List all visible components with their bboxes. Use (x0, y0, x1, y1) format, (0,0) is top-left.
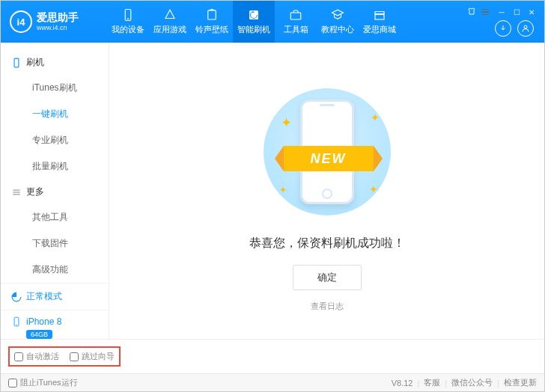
sidebar-group-flash[interactable]: 刷机 (1, 50, 109, 75)
nav-store[interactable]: 爱思商城 (359, 1, 401, 43)
ok-button[interactable]: 确定 (293, 265, 362, 290)
sidebar-item-pro-flash[interactable]: 专业刷机 (13, 127, 109, 153)
footer-link-update[interactable]: 检查更新 (504, 377, 537, 388)
menu-icon[interactable] (481, 9, 492, 16)
svg-rect-7 (14, 58, 19, 67)
toolbox-icon (289, 8, 302, 22)
body: 刷机 iTunes刷机 一键刷机 专业刷机 批量刷机 更多 其他工具 下载固件 … (1, 43, 544, 339)
svg-point-6 (524, 25, 527, 28)
nav-label: 智能刷机 (237, 24, 270, 35)
shirt-icon[interactable] (466, 7, 477, 17)
nav-apps[interactable]: 应用游戏 (149, 1, 191, 43)
device-storage-badge: 64GB (26, 330, 52, 339)
svg-rect-2 (208, 10, 216, 19)
download-button[interactable] (495, 20, 511, 37)
sidebar-item-download-firmware[interactable]: 下载固件 (13, 230, 109, 257)
header: i4 爱思助手 www.i4.cn 我的设备 应用游戏 铃声壁纸 智能刷机 (1, 1, 544, 43)
nav-smart-flash[interactable]: 智能刷机 (233, 1, 275, 43)
auto-activate-checkbox[interactable]: 自动激活 (14, 351, 59, 362)
svg-rect-4 (290, 13, 301, 19)
nav-label: 教程中心 (321, 24, 354, 35)
main-content: ✦ ✦ ✦ ✦ NEW 恭喜您，保资料刷机成功啦！ 确定 查看日志 (109, 43, 544, 339)
sparkle-icon: ✦ (369, 183, 378, 195)
view-log-link[interactable]: 查看日志 (311, 301, 344, 312)
brand-subtitle: www.i4.cn (37, 24, 79, 31)
nav-label: 爱思商城 (363, 24, 396, 35)
checkbox-label: 自动激活 (26, 351, 59, 362)
nav-tutorial[interactable]: 教程中心 (317, 1, 359, 43)
sparkle-icon: ✦ (371, 111, 380, 123)
new-ribbon: NEW (275, 146, 383, 171)
nav-label: 应用游戏 (153, 24, 186, 35)
skip-guide-checkbox[interactable]: 跳过向导 (70, 351, 115, 362)
logo-icon: i4 (10, 10, 32, 33)
mode-normal[interactable]: 正常模式 (1, 283, 109, 310)
nav-label: 铃声壁纸 (195, 24, 228, 35)
success-message: 恭喜您，保资料刷机成功啦！ (249, 236, 405, 251)
nav-my-device[interactable]: 我的设备 (107, 1, 149, 43)
brand-title: 爱思助手 (37, 12, 79, 22)
device-name-label: iPhone 8 (26, 316, 61, 327)
group-title: 更多 (26, 186, 44, 198)
ringtone-icon (205, 8, 219, 22)
sparkle-icon: ✦ (281, 114, 292, 131)
minimize-button[interactable]: ─ (496, 8, 507, 16)
sidebar: 刷机 iTunes刷机 一键刷机 专业刷机 批量刷机 更多 其他工具 下载固件 … (1, 43, 109, 339)
sidebar-item-batch-flash[interactable]: 批量刷机 (13, 153, 109, 180)
apps-icon (163, 8, 177, 22)
footer-link-support[interactable]: 客服 (424, 377, 440, 388)
block-itunes-checkbox[interactable]: 阻止iTunes运行 (8, 377, 78, 388)
nav-ringtone[interactable]: 铃声壁纸 (191, 1, 233, 43)
bottom-options: 自动激活 跳过向导 (1, 339, 544, 373)
version-label: V8.12 (392, 379, 413, 388)
top-nav: 我的设备 应用游戏 铃声壁纸 智能刷机 工具箱 教程中心 (107, 1, 401, 43)
flash-icon (247, 8, 261, 22)
user-button[interactable] (517, 20, 534, 37)
window-controls: ─ ☐ ✕ (466, 7, 537, 17)
sidebar-item-advanced[interactable]: 高级功能 (13, 257, 109, 283)
checkbox-label: 跳过向导 (82, 351, 115, 362)
close-button[interactable]: ✕ (526, 8, 537, 16)
highlight-box: 自动激活 跳过向导 (8, 346, 121, 367)
nav-toolbox[interactable]: 工具箱 (275, 1, 317, 43)
group-title: 刷机 (26, 56, 44, 69)
sparkle-icon: ✦ (279, 185, 287, 195)
maximize-button[interactable]: ☐ (511, 8, 522, 16)
sidebar-group-more[interactable]: 更多 (1, 180, 109, 204)
tutorial-icon (331, 8, 344, 22)
checkbox-label: 阻止iTunes运行 (20, 377, 78, 388)
sidebar-item-itunes-flash[interactable]: iTunes刷机 (13, 75, 109, 101)
mode-label: 正常模式 (26, 290, 62, 303)
footer-link-wechat[interactable]: 微信公众号 (451, 377, 493, 388)
store-icon (373, 8, 386, 22)
nav-label: 工具箱 (284, 24, 308, 35)
header-right: ─ ☐ ✕ (466, 7, 540, 37)
app-window: i4 爱思助手 www.i4.cn 我的设备 应用游戏 铃声壁纸 智能刷机 (0, 0, 545, 392)
success-illustration: ✦ ✦ ✦ ✦ NEW (252, 85, 402, 219)
sidebar-item-other-tools[interactable]: 其他工具 (13, 204, 109, 230)
status-bar: 阻止iTunes运行 V8.12 | 客服 | 微信公众号 | 检查更新 (1, 373, 544, 391)
logo[interactable]: i4 爱思助手 www.i4.cn (10, 10, 107, 33)
device-icon (121, 8, 135, 22)
nav-label: 我的设备 (112, 24, 144, 35)
sidebar-item-oneclick-flash[interactable]: 一键刷机 (13, 101, 109, 127)
